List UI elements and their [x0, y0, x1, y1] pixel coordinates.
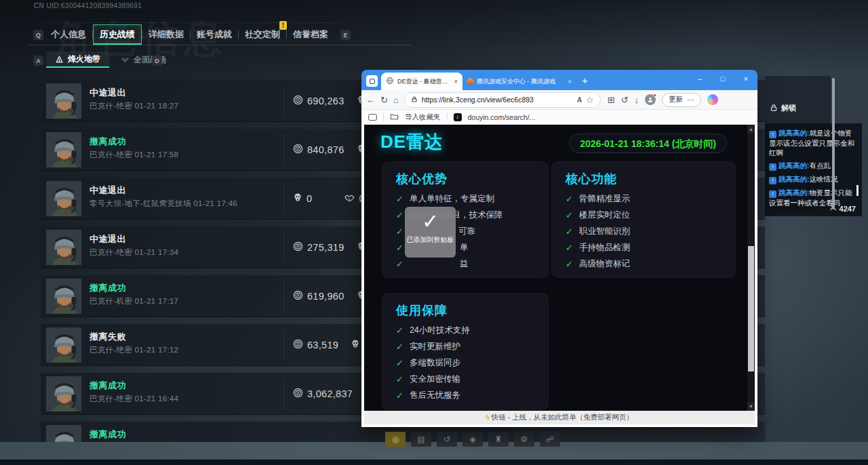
- value-group: 840,876: [293, 144, 344, 156]
- row-divider: [283, 85, 284, 116]
- panel-scrollbar[interactable]: [832, 78, 835, 209]
- feature-text: 高级物资标记: [579, 258, 630, 270]
- window-controls: – □ ×: [688, 70, 757, 87]
- collections-icon[interactable]: ⊞: [608, 96, 615, 104]
- browser-tab-1[interactable]: DE雷达 - 最稳雷达工具 实力开发×: [381, 73, 462, 90]
- feature-item: ✓单人单特征，专属定制: [396, 190, 542, 207]
- feature-item: ✓24小时技术支持: [396, 322, 542, 338]
- wings-icon: [121, 56, 130, 64]
- chat-message: ↑跳高高的:就是这个物资显示该怎么设置只显示金和红啊: [769, 128, 858, 157]
- main-tab-bar: 个人信息历史战绩详细数据账号成就社交定制信誉档案: [45, 24, 334, 45]
- download-icon[interactable]: ↓: [635, 96, 639, 104]
- unlock-row[interactable]: 解锁: [770, 103, 796, 113]
- browser-titlebar: DE雷达 - 最稳雷达工具 实力开发×腾讯游戏安全中心 - 腾讯游戏× + – …: [361, 70, 757, 90]
- handshake-icon: [344, 193, 355, 204]
- feature-text: 楼层实时定位: [579, 209, 630, 221]
- history-icon[interactable]: ↺: [621, 96, 629, 104]
- avatar: [46, 279, 81, 314]
- coin-icon: [293, 144, 303, 156]
- feature-text: 售后无忧服务: [410, 390, 460, 401]
- chat-message-list: ↑跳高高的:就是这个物资显示该怎么设置只显示金和红啊↑跳高高的:有点乱↑跳高高的…: [769, 128, 858, 207]
- check-icon: ✓: [396, 342, 403, 352]
- currency-dock-icon[interactable]: ◎: [385, 432, 406, 447]
- douyin-bookmark[interactable]: douyin.com/search/...: [468, 113, 536, 121]
- storage-dock-icon[interactable]: ▤: [411, 432, 431, 447]
- rank-badge-icon: ↑: [769, 177, 776, 184]
- tab-close-icon[interactable]: ×: [568, 78, 572, 85]
- feature-item: ✓高级物资标记: [566, 256, 730, 272]
- https-lock-icon: [411, 94, 418, 106]
- value-group: 0: [293, 193, 312, 204]
- tab-6[interactable]: 信誉档案: [287, 24, 334, 45]
- scrollbar-thumb[interactable]: [748, 246, 754, 371]
- match-map-time: 巴克什-机密 01-21 17:17: [90, 296, 178, 306]
- alert-badge-icon: !: [279, 21, 287, 30]
- refresh-icon[interactable]: ↻: [380, 96, 388, 104]
- game-screen: CN UID:63004412083994389691 角色信息 个人信息历史战…: [0, 0, 868, 465]
- section-title: 核心优势: [396, 171, 548, 187]
- side-pane-icon[interactable]: [368, 114, 377, 121]
- douyin-favicon: ♪: [454, 113, 462, 121]
- new-tab-button[interactable]: +: [582, 75, 588, 86]
- read-aloud-icon[interactable]: A: [577, 96, 582, 104]
- tab-workspaces-icon[interactable]: [366, 75, 378, 87]
- chat-username: 跳高高的:: [778, 129, 810, 137]
- key-hint-e: E: [340, 30, 351, 40]
- feature-item: ✓多端数据同步: [396, 355, 542, 371]
- scroll-up-icon[interactable]: ▲: [747, 125, 755, 134]
- rank-badge-icon: ↑: [769, 163, 776, 171]
- toast-label: 已添加到剪贴板: [405, 235, 456, 245]
- key-hint-q: Q: [33, 30, 43, 40]
- tab-1[interactable]: 个人信息: [45, 24, 92, 45]
- maximize-button[interactable]: □: [711, 70, 734, 87]
- gear-dock-icon[interactable]: ⚙: [514, 432, 534, 447]
- avatar: [46, 132, 81, 167]
- feature-item: ✓安全加密传输: [396, 371, 542, 387]
- url-text[interactable]: https://link.3ceng.cn/view/6ec6c893: [422, 96, 573, 104]
- feature-item: ✓售后无忧服务: [396, 387, 542, 403]
- divider: [447, 113, 448, 121]
- mode-tab-label: 烽火地带: [68, 54, 100, 65]
- chat-username: 跳高高的:: [778, 175, 810, 183]
- import-favorites-bookmark[interactable]: 导入收藏夹: [405, 113, 441, 122]
- update-button[interactable]: 更新 ···: [662, 93, 701, 107]
- rank-badge-icon: ↑: [769, 190, 776, 198]
- value-group: 275,319: [293, 241, 344, 254]
- page-scrollbar[interactable]: ▲ ▼: [747, 125, 755, 411]
- browser-tab-title: DE雷达 - 最稳雷达工具 实力开发: [397, 77, 450, 86]
- tab-close-icon[interactable]: ×: [454, 78, 458, 85]
- favorite-star-icon[interactable]: ☆: [586, 96, 594, 104]
- profile-avatar[interactable]: [645, 94, 656, 105]
- minimize-button[interactable]: –: [688, 70, 711, 87]
- skull-icon: [293, 193, 302, 204]
- tab-4[interactable]: 账号成就: [191, 24, 238, 45]
- check-icon: ✓: [396, 374, 403, 384]
- address-bar[interactable]: https://link.3ceng.cn/view/6ec6c893 A ☆: [404, 92, 601, 108]
- tab-2[interactable]: 历史战绩: [93, 24, 142, 45]
- more-menu-icon[interactable]: ···: [687, 96, 694, 104]
- chat-scrollbar[interactable]: [856, 185, 859, 196]
- feature-item: ✓实时更新维护: [396, 338, 542, 355]
- link-dock-icon[interactable]: ☍: [540, 432, 560, 447]
- copilot-icon[interactable]: [707, 94, 718, 105]
- home-icon[interactable]: ⌂: [393, 96, 399, 104]
- browser-tab-2[interactable]: 腾讯游戏安全中心 - 腾讯游戏×: [462, 73, 576, 90]
- emblem-dock-icon[interactable]: ◈: [462, 432, 483, 447]
- tab-3[interactable]: 详细数据: [142, 24, 190, 45]
- rotate-dock-icon[interactable]: ↺: [437, 432, 457, 447]
- scroll-down-icon[interactable]: ▼: [747, 402, 755, 411]
- close-button[interactable]: ×: [734, 70, 757, 87]
- mode-tab-2[interactable]: 全面战场: [112, 52, 175, 68]
- mode-tab-1[interactable]: 烽火地带: [46, 52, 109, 68]
- match-status: 撤离失败: [90, 331, 126, 343]
- check-icon: ✓: [396, 358, 403, 368]
- crest-dock-icon[interactable]: ♜: [488, 432, 509, 447]
- match-map-time: 巴克什-绝密 01-21 17:12: [90, 345, 178, 355]
- row-divider: [283, 183, 284, 214]
- card-usage-guarantee: 使用保障✓24小时技术支持✓实时更新维护✓多端数据同步✓安全加密传输✓售后无忧服…: [382, 293, 549, 410]
- back-icon[interactable]: ←: [366, 96, 375, 104]
- feature-item: ✓手持物品检测: [566, 239, 730, 256]
- feature-text: 益: [460, 258, 469, 270]
- tencent-favicon: [466, 77, 475, 86]
- chat-username: 跳高高的:: [778, 161, 810, 169]
